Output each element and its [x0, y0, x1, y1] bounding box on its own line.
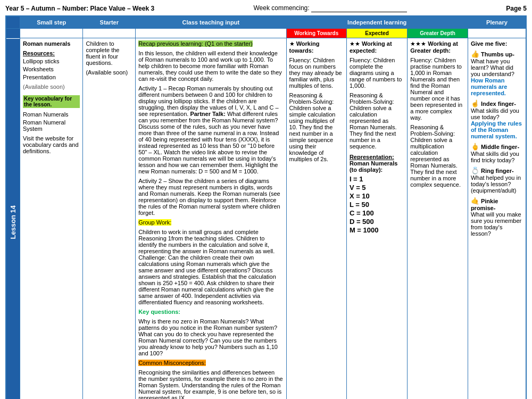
column-header-row: Small step Starter Class teaching input … — [6, 16, 526, 29]
greater-depth-header: ★★★ Working at Greater depth: — [410, 40, 465, 54]
td-working-towards: Working Towards — [286, 29, 346, 38]
small-step-title: Roman numerals — [23, 40, 70, 47]
recap-body-2: Activity 1 – Recap Roman numerals by sho… — [138, 85, 283, 174]
available-soon-starter: (Available soon) — [86, 69, 132, 76]
th-starter: Starter — [83, 16, 136, 29]
resources-label: Resources: — [23, 50, 55, 56]
td-expected: Expected — [346, 29, 407, 38]
misconceptions-label: Common Misconceptions: — [138, 360, 206, 366]
resource-lollipop: Lollipop sticks — [23, 58, 80, 64]
main-content-row: Lesson 14 Roman numerals Resources: Loll… — [6, 38, 526, 400]
page-header: Year 5 – Autumn – Number: Place Value – … — [5, 4, 527, 12]
greater-star: ★★★ — [410, 40, 426, 47]
th-class-teaching: Class teaching input — [136, 16, 286, 29]
key-vocab-label: Key vocabulary for the lesson. — [23, 95, 80, 108]
ring-finger-icon: 💍 — [471, 167, 479, 174]
index-finger-icon: ☝ — [471, 99, 479, 107]
plenary-item-5: 🤙 Pinkie promise- What will you make sur… — [471, 197, 523, 237]
page-number: Page 5 — [506, 5, 527, 12]
key-q-body: Why is there no zero in Roman Numerals? … — [138, 318, 283, 356]
expected-reasoning: Reasoning & Problem-Solving: Children so… — [350, 92, 404, 149]
plenary-text-3: What skills did you find tricky today? — [471, 151, 519, 163]
plenary-link-2: Applying the rules of the Roman numeral … — [471, 120, 522, 139]
plenary-text-1: What have you learnt? What did you under… — [471, 58, 514, 77]
plenary-cell: Give me five: 👍 Thumbs up- What have you… — [468, 38, 526, 400]
greater-depth-reasoning: Reasoning & Problem-Solving: Children so… — [410, 124, 465, 188]
expected-star: ★★ — [350, 40, 360, 47]
expected-header: ★★ Working at expected: — [350, 40, 404, 54]
starter-text: Children to complete the fluent in four … — [86, 40, 132, 66]
th-plenary: Plenary — [468, 16, 526, 29]
representation-label: Representation: — [350, 154, 404, 160]
available-soon: (Available soon) — [23, 84, 80, 90]
week-commencing: Week commencing: — [154, 4, 506, 12]
plenary-item-1: 👍 Thumbs up- What have you learnt? What … — [471, 50, 523, 96]
group-body: Children to work in small groups and com… — [138, 229, 283, 305]
plenary-item-3: 🖕 Middle finger- What skills did you fin… — [471, 143, 523, 163]
main-table: Small step Starter Class teaching input … — [5, 15, 527, 399]
working-towards-header: ★ Working towards: — [289, 40, 344, 54]
working-star: ★ — [289, 40, 295, 47]
expected-cell: ★★ Working at expected: Fluency: Childre… — [346, 38, 407, 400]
middle-finger-icon: 🖕 — [471, 143, 479, 151]
plenary-item-2: ☝ Index finger- What skills did you use … — [471, 99, 523, 139]
group-label: Group Work: — [138, 219, 171, 226]
website-text: Visit the website for vocabulary cards a… — [23, 135, 80, 154]
expected-fluency: Fluency: Children complete the diagrams … — [350, 57, 404, 89]
lesson-label: Lesson 14 — [6, 38, 20, 400]
th-independent: Independent learning — [286, 16, 468, 29]
working-towards-cell: ★ Working towards: Fluency: Children foc… — [286, 38, 346, 400]
plenary-intro: Give me five: — [471, 40, 507, 47]
roman-numerals-link: Roman Numerals — [23, 111, 80, 118]
greater-depth-fluency: Fluency: Children practise numbers to 1,… — [410, 57, 465, 121]
resource-worksheets: Worksheets — [23, 66, 80, 72]
recap-label: Recap previous learning: (Q1 on the star… — [138, 40, 253, 47]
starter-cell: Children to complete the fluent in four … — [83, 38, 136, 400]
thumbs-up-icon: 👍 — [471, 50, 479, 58]
page-title: Year 5 – Autumn – Number: Place Value – … — [5, 5, 154, 12]
roman-numerals-display: I = 1 V = 5 X = 10 L = 50 C = 100 D = 50… — [350, 175, 404, 234]
working-towards-reasoning: Reasoning & Problem-Solving: Children so… — [289, 92, 344, 162]
roman-numeral-system-link: Roman Numeral System — [23, 119, 80, 132]
plenary-text-5: What will you make sure you remember fro… — [471, 211, 521, 237]
plenary-text-4: What helped you in today's lesson? (equi… — [471, 174, 521, 194]
recap-body-1: In this lesson, the children will extend… — [138, 50, 283, 82]
plenary-text-2: What skills did you use today? — [471, 107, 519, 120]
key-q-label: Key questions: — [138, 309, 180, 315]
page-wrapper: Year 5 – Autumn – Number: Place Value – … — [0, 0, 532, 399]
recap-body-3: Activity 2 – Show the children a series … — [138, 178, 283, 216]
td-greater-depth: Greater Depth — [408, 29, 468, 38]
sub-header-row: Working Towards Expected Greater Depth — [6, 29, 526, 38]
class-teaching-cell: Recap previous learning: (Q1 on the star… — [136, 38, 286, 400]
resource-presentation: Presentation — [23, 74, 80, 80]
plenary-item-4: 💍 Ring finger- What helped you in today'… — [471, 167, 523, 194]
plenary-link-1: How Roman numerals are represented. — [471, 77, 507, 96]
misconceptions-body: Recognising the similarities and differe… — [138, 369, 283, 399]
th-small-step: Small step — [20, 16, 83, 29]
greater-depth-cell: ★★★ Working at Greater depth: Fluency: C… — [408, 38, 468, 400]
small-step-cell: Roman numerals Resources: Lollipop stick… — [20, 38, 83, 400]
pinkie-icon: 🤙 — [471, 197, 479, 205]
roman-display-title: Roman Numerals (to display): — [350, 160, 397, 173]
working-towards-fluency: Fluency: Children focus on numbers they … — [289, 57, 344, 89]
